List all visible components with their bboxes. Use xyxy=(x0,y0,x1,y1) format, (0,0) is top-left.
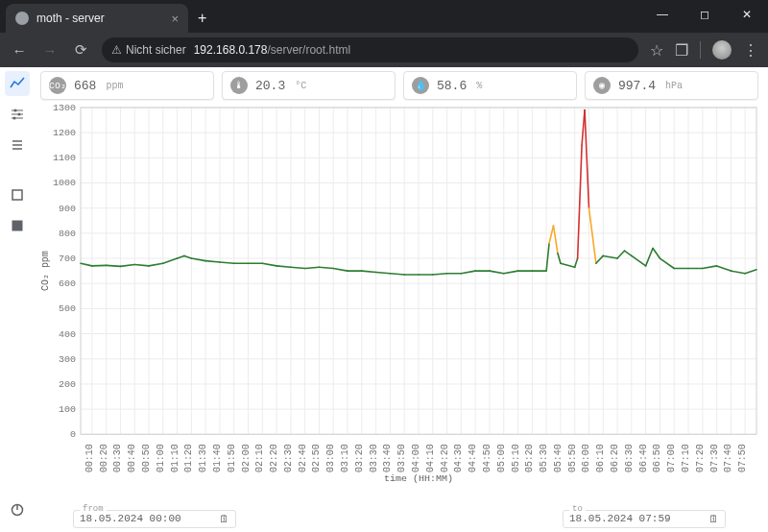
svg-line-182 xyxy=(617,251,624,258)
insecure-label: Nicht sicher xyxy=(126,43,186,57)
sidebar-tab-chart[interactable] xyxy=(5,71,30,96)
svg-text:00:50: 00:50 xyxy=(141,444,152,472)
browser-titlebar: moth - server × + — ◻ ✕ xyxy=(0,0,768,33)
svg-text:100: 100 xyxy=(59,404,76,415)
metric-humidity[interactable]: 💧 58.6 % xyxy=(403,71,577,100)
window-close-button[interactable]: ✕ xyxy=(726,0,768,29)
metric-temperature[interactable]: 🌡 20.3 °C xyxy=(222,71,396,100)
svg-text:02:30: 02:30 xyxy=(283,444,294,472)
url-path: /server/root.html xyxy=(267,43,350,57)
svg-text:1200: 1200 xyxy=(53,128,76,138)
svg-point-4 xyxy=(18,113,21,116)
address-bar[interactable]: ⚠Nicht sicher 192.168.0.178/server/root.… xyxy=(102,37,638,62)
svg-text:07:20: 07:20 xyxy=(695,444,706,472)
date-from-field[interactable]: from 18.05.2024 00:00 🗓 xyxy=(73,510,236,528)
metric-temp-value: 20.3 xyxy=(255,79,285,93)
svg-line-193 xyxy=(745,270,756,274)
svg-text:06:30: 06:30 xyxy=(624,444,635,472)
nav-back-button[interactable]: ← xyxy=(10,42,29,59)
metric-temp-unit: °C xyxy=(295,81,306,91)
svg-text:03:50: 03:50 xyxy=(396,444,407,472)
svg-line-174 xyxy=(561,263,575,267)
insecure-badge[interactable]: ⚠Nicht sicher xyxy=(111,43,186,57)
square-filled-icon xyxy=(10,218,25,233)
svg-text:700: 700 xyxy=(59,254,76,264)
tab-favicon xyxy=(15,12,29,25)
svg-text:1300: 1300 xyxy=(53,103,76,113)
svg-text:01:40: 01:40 xyxy=(212,444,223,472)
sidebar-power-button[interactable] xyxy=(5,497,30,522)
svg-text:1000: 1000 xyxy=(53,179,76,189)
svg-line-176 xyxy=(578,145,582,258)
extensions-icon[interactable]: ❐ xyxy=(675,41,688,60)
sidebar-tab-list[interactable] xyxy=(5,133,30,157)
svg-text:200: 200 xyxy=(59,379,76,390)
window-minimize-button[interactable]: — xyxy=(641,0,684,29)
svg-line-142 xyxy=(163,258,178,263)
svg-line-171 xyxy=(549,226,553,243)
svg-line-184 xyxy=(632,255,646,265)
metric-pressure-unit: hPa xyxy=(665,81,683,91)
svg-line-190 xyxy=(703,266,717,269)
metric-pressure[interactable]: ◉ 997.4 hPa xyxy=(585,71,758,100)
svg-text:04:00: 04:00 xyxy=(411,444,421,472)
svg-line-151 xyxy=(276,266,291,267)
date-to-field[interactable]: to 18.05.2024 07:59 🗓 xyxy=(563,510,726,528)
url-host: 192.168.0.178 xyxy=(194,43,268,57)
sidebar xyxy=(0,67,35,532)
svg-text:07:50: 07:50 xyxy=(737,444,748,472)
svg-text:06:00: 06:00 xyxy=(581,444,591,472)
sidebar-tab-single[interactable] xyxy=(5,182,30,207)
calendar-icon[interactable]: 🗓 xyxy=(219,513,229,525)
svg-line-158 xyxy=(376,272,391,273)
co2-chart[interactable]: 0100200300400500600700800900100011001200… xyxy=(35,102,764,484)
close-tab-icon[interactable]: × xyxy=(171,12,179,26)
list-icon xyxy=(10,137,25,153)
svg-text:0: 0 xyxy=(70,429,76,440)
svg-text:04:30: 04:30 xyxy=(453,444,464,472)
metric-cards: co₂ 668 ppm 🌡 20.3 °C 💧 58.6 % ◉ 997.4 h… xyxy=(35,67,764,102)
svg-line-178 xyxy=(585,110,588,208)
svg-line-191 xyxy=(717,266,732,271)
svg-text:02:50: 02:50 xyxy=(311,444,322,472)
window-controls: — ◻ ✕ xyxy=(641,0,768,29)
date-range-row: from 18.05.2024 00:00 🗓 to 18.05.2024 07… xyxy=(35,510,764,528)
bookmark-star-icon[interactable]: ☆ xyxy=(650,41,663,60)
sidebar-tab-grid[interactable] xyxy=(5,213,30,238)
warning-icon: ⚠ xyxy=(111,43,122,57)
svg-text:07:10: 07:10 xyxy=(681,444,691,472)
svg-text:01:20: 01:20 xyxy=(183,444,194,472)
svg-text:00:20: 00:20 xyxy=(99,444,109,472)
browser-tab[interactable]: moth - server × xyxy=(6,4,188,33)
svg-line-136 xyxy=(81,263,92,266)
svg-text:500: 500 xyxy=(59,303,76,314)
svg-line-172 xyxy=(554,226,558,254)
svg-text:05:20: 05:20 xyxy=(524,444,535,472)
sidebar-tab-settings[interactable] xyxy=(5,102,30,127)
nav-reload-button[interactable]: ⟳ xyxy=(71,41,90,59)
profile-avatar[interactable] xyxy=(712,40,732,60)
nav-forward-button[interactable]: → xyxy=(40,42,60,59)
svg-text:06:40: 06:40 xyxy=(638,444,649,472)
metric-co2[interactable]: co₂ 668 ppm xyxy=(40,71,214,100)
date-to-label: to xyxy=(569,504,586,514)
svg-line-179 xyxy=(588,208,595,264)
calendar-icon[interactable]: 🗓 xyxy=(708,513,719,525)
svg-line-157 xyxy=(362,271,376,272)
svg-text:04:10: 04:10 xyxy=(425,444,436,472)
svg-line-159 xyxy=(390,274,404,275)
metric-humidity-value: 58.6 xyxy=(437,79,467,93)
svg-text:02:20: 02:20 xyxy=(269,444,279,472)
svg-text:06:10: 06:10 xyxy=(595,444,606,472)
svg-line-187 xyxy=(660,258,674,268)
browser-menu-icon[interactable]: ⋮ xyxy=(743,41,758,60)
svg-line-183 xyxy=(624,251,631,255)
svg-text:900: 900 xyxy=(59,204,76,214)
new-tab-button[interactable]: + xyxy=(188,10,216,33)
svg-line-162 xyxy=(433,274,447,275)
window-maximize-button[interactable]: ◻ xyxy=(684,0,726,29)
gauge-icon: ◉ xyxy=(593,77,611,94)
svg-text:05:40: 05:40 xyxy=(553,444,564,472)
metric-co2-value: 668 xyxy=(74,79,96,93)
svg-line-167 xyxy=(504,271,518,274)
